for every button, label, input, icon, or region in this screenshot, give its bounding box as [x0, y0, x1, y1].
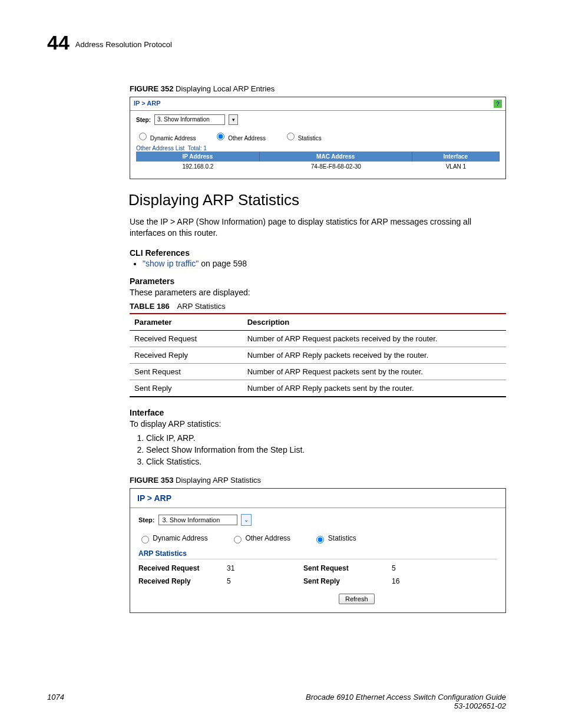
step-select[interactable]: 3. Show Information — [158, 515, 237, 525]
breadcrumb: IP > ARP — [130, 489, 505, 508]
breadcrumb: IP > ARP — [134, 100, 161, 108]
table-caption-text: ARP Statistics — [177, 302, 226, 311]
th-mac: MAC Address — [260, 151, 412, 162]
figure-label: FIGURE 353 — [130, 476, 173, 485]
figure-352-panel: IP > ARP ? Step: 3. Show Information ▾ D… — [130, 97, 506, 179]
other-address-list-label: Other Address List — [136, 145, 184, 151]
th-interface: Interface — [412, 151, 500, 162]
interface-heading: Interface — [130, 408, 506, 417]
chapter-title: Address Resolution Protocol — [75, 40, 172, 49]
radio-other-address[interactable]: Other Address — [214, 135, 266, 141]
step-label: Step: — [136, 117, 151, 123]
radio-statistics[interactable]: Statistics — [313, 534, 356, 542]
stat-label: Sent Request — [303, 564, 392, 572]
chevron-down-icon[interactable]: ⌄ — [241, 514, 252, 526]
th-ip: IP Address — [136, 151, 260, 162]
figure-caption-text: Displaying ARP Statistics — [176, 476, 261, 485]
running-head: 44 Address Resolution Protocol — [47, 32, 506, 52]
parameters-heading: Parameters — [130, 276, 506, 286]
cell-interface: VLAN 1 — [412, 162, 500, 172]
help-icon[interactable]: ? — [494, 100, 502, 108]
table-label: TABLE 186 — [130, 302, 170, 311]
document-number: 53-1002651-02 — [306, 701, 506, 710]
figure-caption-text: Displaying Local ARP Entries — [176, 84, 275, 93]
stat-value: 16 — [392, 577, 439, 585]
figure-label: FIGURE 352 — [130, 84, 173, 93]
figure-352-caption: FIGURE 352 Displaying Local ARP Entries — [130, 84, 506, 93]
step-item: Click Statistics. — [146, 457, 506, 466]
page-footer: 1074 Brocade 6910 Ethernet Access Switch… — [47, 693, 506, 710]
stat-value: 5 — [392, 564, 439, 572]
stat-label: Received Reply — [138, 577, 227, 585]
cli-reference-item: "show ip traffic" on page 598 — [143, 259, 506, 268]
th-parameter: Parameter — [130, 314, 243, 331]
table-186-caption: TABLE 186 ARP Statistics — [130, 302, 506, 311]
figure-353-panel: IP > ARP Step: 3. Show Information ⌄ Dyn… — [130, 488, 506, 613]
stat-value: 5 — [227, 577, 303, 585]
table-header: IP Address MAC Address Interface — [136, 151, 500, 162]
intro-text: Use the IP > ARP (Show Information) page… — [130, 216, 506, 239]
radio-other-address[interactable]: Other Address — [231, 534, 290, 542]
page-number: 1074 — [47, 693, 64, 710]
step-item: Select Show Information from the Step Li… — [146, 445, 506, 454]
radio-dynamic-address[interactable]: Dynamic Address — [138, 534, 208, 542]
table-row: Received ReplyNumber of ARP Reply packet… — [130, 347, 506, 363]
table-186: Parameter Description Received RequestNu… — [130, 313, 506, 397]
table-row: Received RequestNumber of ARP Request pa… — [130, 330, 506, 347]
table-row: Sent RequestNumber of ARP Request packet… — [130, 363, 506, 380]
radio-statistics[interactable]: Statistics — [284, 135, 322, 141]
parameters-intro: These parameters are displayed: — [130, 287, 506, 298]
step-item: Click IP, ARP. — [146, 433, 506, 443]
stat-value: 31 — [227, 564, 303, 572]
other-address-list-total: Total: 1 — [188, 145, 207, 151]
book-title: Brocade 6910 Ethernet Access Switch Conf… — [306, 693, 506, 701]
cli-link[interactable]: "show ip traffic" — [143, 259, 199, 268]
cell-mac: 74-8E-F8-68-02-30 — [260, 162, 412, 172]
interface-intro: To display ARP statistics: — [130, 419, 506, 430]
step-select[interactable]: 3. Show Information — [154, 114, 225, 125]
figure-353-caption: FIGURE 353 Displaying ARP Statistics — [130, 476, 506, 485]
table-row: Sent ReplyNumber of ARP Reply packets se… — [130, 380, 506, 397]
refresh-button[interactable]: Refresh — [339, 594, 375, 604]
stat-label: Sent Reply — [303, 577, 392, 585]
arp-statistics-grid: Received Request 31 Sent Request 5 Recei… — [138, 564, 497, 585]
cli-link-suffix: on page 598 — [199, 259, 247, 268]
chevron-down-icon[interactable]: ▾ — [229, 114, 238, 125]
arp-statistics-heading: ARP Statistics — [138, 549, 497, 559]
cell-ip: 192.168.0.2 — [136, 162, 260, 172]
step-label: Step: — [138, 516, 155, 523]
cli-references-heading: CLI References — [130, 248, 506, 258]
stat-label: Received Request — [138, 564, 227, 572]
radio-dynamic-address[interactable]: Dynamic Address — [136, 135, 196, 141]
chapter-number: 44 — [47, 32, 70, 52]
section-heading: Displaying ARP Statistics — [128, 191, 506, 209]
th-description: Description — [243, 314, 506, 331]
table-row: 192.168.0.2 74-8E-F8-68-02-30 VLAN 1 — [136, 162, 500, 172]
